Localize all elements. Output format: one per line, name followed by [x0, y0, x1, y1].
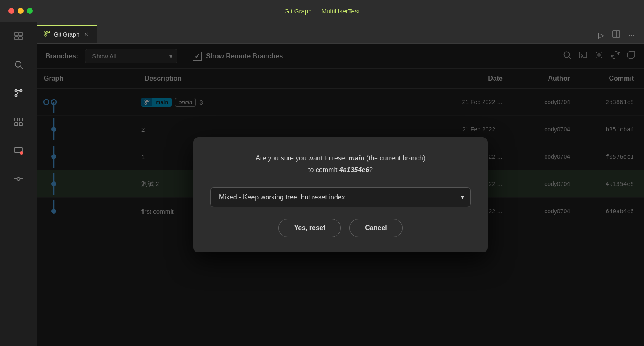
- activity-icon-search[interactable]: [8, 55, 29, 75]
- git-graph-tab-label: Git Graph: [54, 31, 79, 38]
- yes-reset-button[interactable]: Yes, reset: [278, 219, 341, 237]
- dialog-buttons: Yes, reset Cancel: [210, 219, 471, 237]
- dialog-message: Are you sure you want to reset main (the…: [210, 152, 471, 175]
- activity-icon-remote[interactable]: [8, 140, 29, 160]
- svg-point-7: [15, 90, 17, 92]
- svg-point-4: [15, 61, 21, 67]
- traffic-lights: [8, 8, 33, 14]
- git-graph-content: Branches: Show All Show Remote Branches: [37, 44, 644, 346]
- svg-rect-1: [19, 32, 22, 36]
- split-editor-icon[interactable]: [610, 29, 623, 42]
- dialog-select-wrapper: Soft - Keep working tree and index Mixed…: [210, 187, 471, 207]
- more-actions-icon[interactable]: ···: [626, 29, 637, 41]
- svg-rect-9: [15, 118, 18, 121]
- svg-rect-3: [19, 37, 22, 40]
- activity-icon-extensions[interactable]: [8, 112, 29, 132]
- svg-point-19: [45, 31, 46, 33]
- window-title: Git Graph — MultiUserTest: [284, 8, 359, 15]
- activity-icon-explorer[interactable]: [8, 26, 29, 46]
- dialog-commit-id: 4a1354e6: [339, 166, 369, 173]
- minimize-button[interactable]: [18, 8, 24, 14]
- close-button[interactable]: [8, 8, 14, 14]
- cancel-button[interactable]: Cancel: [349, 219, 402, 237]
- editor-area: Git Graph × ▷ ··· Branches:: [37, 22, 644, 346]
- dialog-overlay: Are you sure you want to reset main (the…: [37, 44, 644, 346]
- titlebar: Git Graph — MultiUserTest: [0, 0, 644, 22]
- svg-point-18: [45, 34, 46, 36]
- maximize-button[interactable]: [27, 8, 33, 14]
- svg-line-5: [21, 67, 23, 69]
- dialog-branch-name: main: [349, 155, 364, 162]
- main-layout: Git Graph × ▷ ··· Branches:: [0, 22, 644, 346]
- tab-bar: Git Graph × ▷ ···: [37, 22, 644, 44]
- reset-dialog: Are you sure you want to reset main (the…: [193, 137, 488, 252]
- run-icon[interactable]: ▷: [596, 29, 607, 42]
- svg-point-14: [20, 151, 23, 155]
- activity-icon-commit[interactable]: [8, 169, 29, 189]
- svg-rect-11: [15, 123, 18, 126]
- tab-close-button[interactable]: ×: [83, 30, 90, 39]
- svg-point-15: [17, 178, 20, 181]
- svg-point-20: [48, 31, 50, 33]
- svg-rect-10: [19, 118, 22, 121]
- svg-rect-12: [19, 123, 22, 126]
- reset-mode-select[interactable]: Soft - Keep working tree and index Mixed…: [210, 187, 471, 207]
- svg-rect-0: [15, 32, 18, 36]
- activity-bar: [0, 22, 37, 346]
- activity-icon-git[interactable]: [8, 83, 29, 103]
- svg-point-8: [20, 90, 22, 92]
- svg-point-6: [15, 95, 17, 97]
- git-graph-tab[interactable]: Git Graph ×: [37, 25, 97, 43]
- tab-bar-actions: ▷ ···: [596, 29, 644, 43]
- svg-rect-2: [15, 37, 18, 40]
- git-graph-tab-icon: [44, 30, 50, 39]
